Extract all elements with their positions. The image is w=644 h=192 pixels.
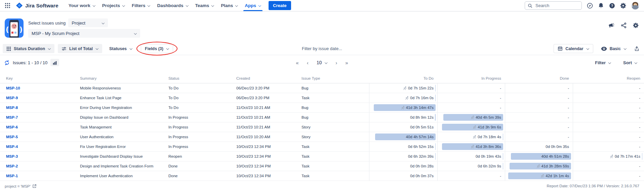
export-icon[interactable] [634,46,639,51]
duration-cell-todo: 0d 7h 15m 22s [369,83,437,93]
issue-key-link[interactable]: MSP-4 [0,145,80,149]
last-page-button[interactable]: » [345,60,348,66]
column-header-in-progress[interactable]: In Progress [437,76,505,80]
column-header-to-do[interactable]: To Do [369,76,437,80]
app-switcher-icon[interactable] [5,3,10,8]
table-row: MSP-8 Error During User Registration To … [0,103,644,113]
view-mode-label: Basic [610,46,621,51]
help-icon[interactable]: ? [609,3,615,9]
issue-type: Bug [301,86,369,90]
issue-status: Done [168,174,236,178]
filter-dropdown[interactable]: Filter [595,60,611,65]
nav-menu-filters[interactable]: Filters [128,0,154,11]
duration-cell-todo: 41d 3h 14m 47s [369,103,437,112]
discover-compass-icon[interactable] [587,3,593,9]
column-header-created[interactable]: Created [236,76,301,80]
report-type-dropdown[interactable]: Status Duration [3,44,54,53]
column-header-reopen[interactable]: Reopen [573,76,644,80]
runner-icon [403,86,407,90]
duration-cell-reopen: - [573,122,644,132]
nav-menu-label: Teams [195,3,209,8]
first-page-button[interactable]: « [296,60,298,66]
duration-cell-done: - [505,93,573,103]
calendar-dropdown[interactable]: Calendar [554,44,593,53]
page-size-dropdown[interactable]: 10 [317,60,328,65]
nav-menu-apps[interactable]: Apps [241,0,265,11]
sort-dropdown[interactable]: Sort [623,60,637,65]
duration-value: 0d 7h 17m 41s [610,154,640,158]
duration-value: - [639,106,640,110]
issue-type: Story [301,135,369,139]
duration-cell-reopen: - [573,171,644,181]
duration-value: 41d 3h 14m 47s [401,106,434,110]
issue-key-link[interactable]: MSP-3 [0,154,80,158]
external-link-icon[interactable] [32,184,37,188]
chevron-down-icon [122,4,125,7]
issue-created: 11/Oct/23 10:21 AM [236,125,301,129]
project-dropdown[interactable]: MSP - My Scrum Project [28,29,140,38]
report-settings-gear-icon[interactable] [633,23,639,28]
duration-cell-todo: 0d 6h 32m 39s [369,152,437,161]
statuses-dropdown[interactable]: Statuses [106,44,136,53]
issue-key-link[interactable]: MSP-9 [0,96,80,100]
duration-value: 0d 0h 5m 51s [410,125,434,129]
logo-text: Jira Software [25,3,58,9]
column-header-status[interactable]: Status [168,76,236,80]
duration-bar [503,133,504,140]
duration-value: - [639,135,640,139]
issue-source-value: Project [72,21,85,26]
fields-dropdown[interactable]: Fields (3) [141,44,173,53]
share-icon[interactable] [621,23,627,28]
chevron-down-icon [102,22,105,25]
create-button[interactable]: Create [269,1,291,10]
nav-menu-plans[interactable]: Plans [217,0,241,11]
nav-menu-teams[interactable]: Teams [192,0,218,11]
jira-logo[interactable]: Jira Software [14,2,61,9]
refresh-icon[interactable] [4,60,10,66]
column-header-done[interactable]: Done [505,76,573,80]
issue-key-link[interactable]: MSP-8 [0,106,80,110]
duration-value: 0d 0h 0m 37s [410,174,434,178]
settings-gear-icon[interactable] [620,3,626,9]
issue-key-link[interactable]: MSP-2 [0,164,80,168]
aggregation-dropdown[interactable]: List of Total [58,44,102,53]
duration-value: 0d 6h 32m 9s [478,164,501,168]
duration-cell-todo: 0d 0h 0m 37s [369,171,437,181]
issue-date-filter[interactable]: Filter by issue date... [302,46,342,51]
issue-key-link[interactable]: MSP-7 [0,115,80,119]
chevron-down-icon [608,61,611,64]
issue-status: In Progress [168,135,236,139]
chevron-down-icon [95,47,98,50]
column-header-issue-type[interactable]: Issue Type [301,76,369,80]
nav-menu-dashboards[interactable]: Dashboards [154,0,192,11]
issue-summary: Investigate Dashboard Display Issue [80,154,168,158]
bar-chart-icon[interactable] [50,59,59,66]
issue-key-link[interactable]: MSP-6 [0,125,80,129]
duration-bar [435,114,436,121]
issue-key-link[interactable]: MSP-10 [0,86,80,90]
runner-icon [471,145,475,149]
chevron-down-icon [129,47,132,50]
user-avatar[interactable] [631,2,639,10]
prev-page-button[interactable]: ‹ [307,60,309,66]
search-input[interactable] [535,3,579,8]
feedback-megaphone-icon[interactable] [608,23,614,28]
nav-menu-your-work[interactable]: Your work [65,0,99,11]
notifications-bell-icon[interactable] [598,3,604,9]
nav-menu-projects[interactable]: Projects [99,0,128,11]
column-header-key[interactable]: Key [0,76,80,80]
issue-created: 11/Oct/23 10:21 AM [236,106,301,110]
issue-key-link[interactable]: MSP-5 [0,135,80,139]
view-mode-dropdown[interactable]: Basic [597,44,630,53]
duration-value: - [568,86,569,90]
column-header-summary[interactable]: Summary [80,76,168,80]
duration-value: - [639,174,640,178]
eye-icon [601,46,607,51]
duration-cell-inprogress: 0d 7h 18m 4s [437,132,505,142]
issue-source-dropdown[interactable]: Project [68,18,108,27]
duration-value: - [639,145,640,149]
issue-key-link[interactable]: MSP-1 [0,174,80,178]
duration-value: 0d 0h 19m 43s [476,154,501,158]
next-page-button[interactable]: › [335,60,337,66]
search-box[interactable] [525,1,582,10]
